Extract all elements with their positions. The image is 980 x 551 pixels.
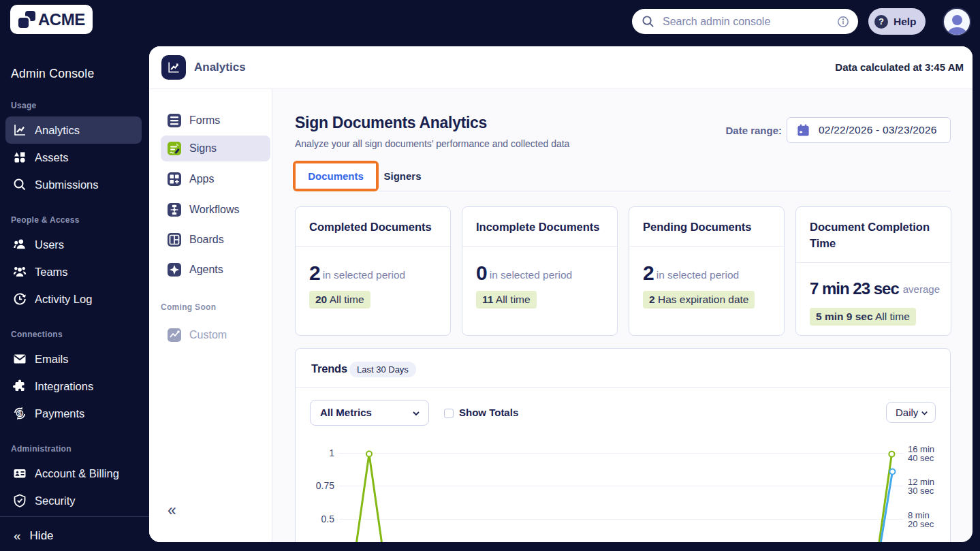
svg-text:$: $ xyxy=(18,409,22,417)
